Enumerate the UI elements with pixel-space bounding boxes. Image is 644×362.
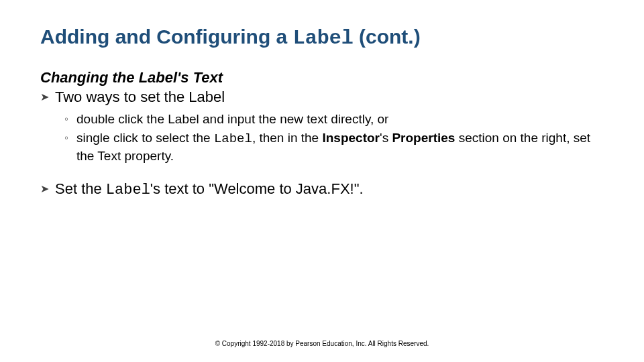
bullet1-text: Two ways to set the Label [55,88,604,107]
bullet2-t2: 's text to "Welcome to Java.FX!". [150,180,364,197]
copyright-text: © Copyright 1992-2018 by Pearson Educati… [0,340,644,347]
sub2-bold2: Properties [392,131,455,145]
bullet-level1: ➤ Set the Label's text to "Welcome to Ja… [40,180,604,200]
sub2-t3: 's [380,131,392,145]
sub2-code: Label [214,131,252,146]
bullet-marker-icon: ➤ [40,88,55,107]
sub2-t1: single click to select the [76,131,214,145]
sub2-t2: , then in the [252,131,323,145]
bullet-level2: ◦ double click the Label and input the n… [64,111,604,128]
title-pre: Adding and Configuring a [40,25,293,48]
sub-bullet-marker-icon: ◦ [64,129,76,147]
bullet2-code: Label [106,182,150,198]
sub1-text: double click the Label and input the new… [76,111,604,128]
title-code: Label [293,27,354,50]
sub2-text: single click to select the Label, then i… [76,129,604,165]
slide: Adding and Configuring a Label (cont.) C… [0,0,644,362]
section-subheading: Changing the Label's Text [40,69,604,86]
bullet-level1: ➤ Two ways to set the Label [40,88,604,107]
sub-bullet-marker-icon: ◦ [64,111,76,128]
bullet2-t1: Set the [55,180,106,197]
bullet-level2: ◦ single click to select the Label, then… [64,129,604,165]
title-post: (cont.) [354,25,421,48]
bullet2-text: Set the Label's text to "Welcome to Java… [55,180,604,200]
bullet-marker-icon: ➤ [40,180,55,198]
sub-bullet-group: ◦ double click the Label and input the n… [64,111,604,165]
sub2-bold1: Inspector [322,131,380,145]
slide-title: Adding and Configuring a Label (cont.) [40,25,604,50]
